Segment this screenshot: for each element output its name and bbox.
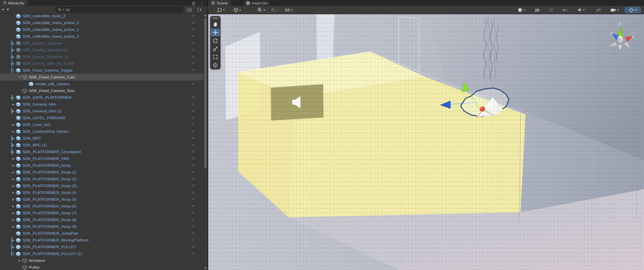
expand-arrow-icon[interactable]: ▶ [11,178,16,181]
tab-scene[interactable]: Scene [208,0,231,6]
expand-arrow-icon[interactable]: ▶ [11,123,16,126]
expand-arrow-icon[interactable]: ▶ [11,184,16,187]
hierarchy-row[interactable]: ▶SDK_PLATFORMER_Hoop (6)> [0,203,203,210]
hierarchy-scrollbar[interactable] [203,14,208,270]
camera-settings-dropdown-icon[interactable] [617,10,619,11]
hierarchy-row[interactable]: ▶SDK_PLATFORMER_FAN> [0,155,203,162]
open-prefab-chevron-icon[interactable]: > [192,183,194,187]
hierarchy-row[interactable]: SDK_collectible_heart_2> [0,14,203,19]
gizmos-dropdown-icon[interactable] [635,10,637,11]
collapse-arrow-icon[interactable]: ▼ [17,76,22,79]
hierarchy-row[interactable]: ▶SDK_General_Hint (1)> [0,108,203,114]
hierarchy-row[interactable]: model_sdk_camera> [0,80,203,87]
hierarchy-row[interactable]: ▶SDK_Enemy_With_An_Event> [0,60,203,67]
open-prefab-chevron-icon[interactable]: > [192,190,194,194]
open-prefab-chevron-icon[interactable]: > [192,20,194,24]
search-filter-dropdown-icon[interactable] [63,9,65,11]
hierarchy-row[interactable]: ▶SDK_PLATFORMER_Hoop (3)> [0,182,203,189]
open-prefab-chevron-icon[interactable]: > [192,251,194,255]
rotate-tool[interactable] [211,36,220,44]
hierarchy-row[interactable]: ▶SDK_PLATFORMER_Hoop (9)> [0,223,203,230]
search-input[interactable] [66,8,168,12]
open-prefab-chevron-icon[interactable]: > [192,82,194,86]
hierarchy-row[interactable]: ▶SDK_PLATFORMER_PULLEY> [0,244,203,250]
scroll-down-icon[interactable] [203,266,208,270]
hierarchy-row[interactable]: ▶SDK_PLATFORMER_MovingPlatform> [0,237,203,244]
expand-arrow-icon[interactable]: ▶ [11,198,16,201]
projection-label[interactable]: < Persp [607,49,622,53]
open-prefab-chevron-icon[interactable]: > [192,163,194,167]
hierarchy-row[interactable]: ▶SDK_PLATFORMER_Hoop> [0,162,203,169]
scroll-up-icon[interactable] [203,14,208,17]
snap-increment-button[interactable] [282,7,296,13]
expand-arrow-icon[interactable]: ▶ [11,191,16,194]
hierarchy-row[interactable]: Pulley [0,264,203,270]
hierarchy-search[interactable] [55,7,184,13]
expand-arrow-icon[interactable]: ▶ [11,164,16,167]
expand-arrow-icon[interactable]: ▶ [11,130,16,133]
open-prefab-chevron-icon[interactable]: > [192,245,194,249]
expand-arrow-icon[interactable]: ▶ [11,103,16,106]
open-prefab-chevron-icon[interactable]: > [192,143,194,147]
hierarchy-row[interactable]: ▼SDK_Fixed_Camera_Cam [0,74,203,80]
lock-icon[interactable] [191,0,197,6]
audio-toggle-button[interactable] [560,7,569,13]
open-prefab-chevron-icon[interactable]: > [192,14,194,18]
open-prefab-chevron-icon[interactable]: > [192,217,194,221]
hidden-objects-toggle-button[interactable] [593,7,604,13]
open-prefab-chevron-icon[interactable]: > [192,41,194,45]
hierarchy-row[interactable]: ▶SDK_General_Hint> [0,101,203,108]
expand-arrow-icon[interactable]: ▶ [11,171,16,174]
scrollbar-thumb[interactable] [204,18,207,168]
effects-toggle-button[interactable] [573,7,588,13]
hierarchy-row[interactable]: SDK_collectible_mana_potion_2> [0,33,203,40]
grid-plane-dropdown-icon[interactable] [263,10,265,11]
hierarchy-row[interactable]: ▶SDK_PLATFORMER_Hoop (2)> [0,176,203,182]
grid-plane-button[interactable]: Y [254,7,268,13]
grid-snap-dropdown-icon[interactable] [277,10,279,11]
expand-arrow-icon[interactable]: ▶ [11,205,16,208]
hierarchy-row[interactable]: ▶SDK_PLATFORMER_Hoop (5)> [0,196,203,203]
open-search-window-icon[interactable] [186,7,192,13]
open-prefab-chevron-icon[interactable]: > [192,231,194,235]
open-prefab-chevron-icon[interactable]: > [192,109,194,113]
hierarchy-row[interactable]: ▶SDK_PLATFORMER_Hoop (8)> [0,216,203,223]
effects-dropdown-icon[interactable] [583,10,585,11]
hierarchy-row[interactable]: SDK_collectible_mana_potion_0> [0,19,203,26]
open-prefab-chevron-icon[interactable]: > [192,54,194,58]
hierarchy-row[interactable]: ▶SDK_Enemy_Spawner> [0,40,203,47]
hierarchy-row[interactable]: ▶SDK_NPC> [0,135,203,142]
hierarchy-row[interactable]: ▼SDK_PLATFORMER_PULLEY (1)> [0,250,203,257]
expand-arrow-icon[interactable]: ▶ [11,225,16,228]
open-prefab-chevron-icon[interactable]: > [192,27,194,31]
lighting-toggle-button[interactable] [546,7,556,13]
tab-hierarchy[interactable]: ☰ Hierarchy [0,0,28,6]
open-prefab-chevron-icon[interactable]: > [192,177,194,181]
hierarchy-row[interactable]: ▶SDK_LovelysShop Variant> [0,128,203,135]
open-prefab-chevron-icon[interactable]: > [192,61,194,65]
snap-increment-dropdown-icon[interactable] [291,10,293,11]
kebab-menu-icon[interactable]: ⋮ [199,0,205,6]
open-prefab-chevron-icon[interactable]: > [192,204,194,208]
open-prefab-chevron-icon[interactable]: > [192,149,194,154]
camera-settings-button[interactable] [607,7,622,13]
open-prefab-chevron-icon[interactable]: > [192,170,194,174]
hierarchy-row[interactable]: ▶SDK_Enemy_Spawner (1)> [0,47,203,53]
sort-alphabetical-icon[interactable]: AZ [196,7,202,13]
open-prefab-chevron-icon[interactable]: > [192,95,194,99]
hierarchy-row[interactable]: SDK_PLATFORMER_JumpPad> [0,230,203,237]
hierarchy-row[interactable]: SDK_Fixed_Camera_Size [0,87,203,94]
view-hand-tool[interactable] [211,20,220,28]
hierarchy-row[interactable]: ▶SDK_PLATFORMER_Checkpoint> [0,148,203,155]
open-prefab-chevron-icon[interactable]: > [192,238,194,242]
tool-handle-pivot-button[interactable] [214,7,228,13]
hierarchy-row[interactable]: ▼SDK_Fixed_Camera_Trigger> [0,67,203,74]
hierarchy-row[interactable]: ▶Armature [0,257,203,264]
hierarchy-row[interactable]: ▶SDK_Level_Info> [0,121,203,128]
pivot-dropdown-icon[interactable] [223,10,225,11]
expand-arrow-icon[interactable]: ▶ [11,157,16,160]
expand-arrow-icon[interactable]: ▶ [17,259,22,262]
open-prefab-chevron-icon[interactable]: > [192,102,194,106]
open-prefab-chevron-icon[interactable]: > [192,34,194,38]
shading-mode-button[interactable] [514,7,529,13]
